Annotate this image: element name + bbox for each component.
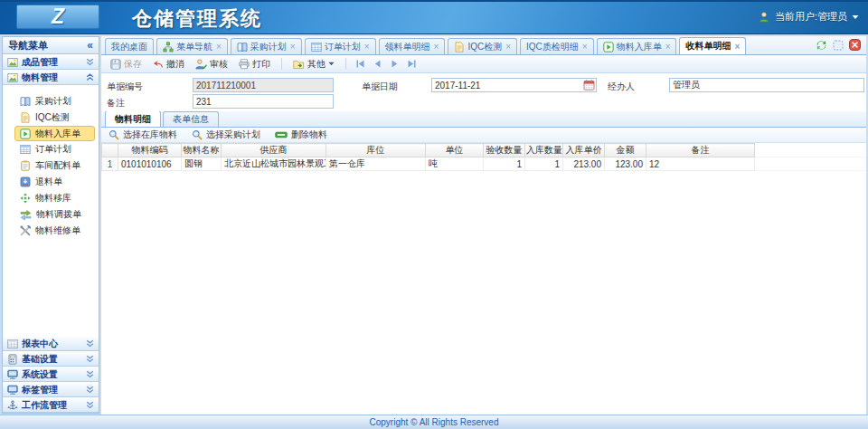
column-header-5[interactable]: 验收数量 xyxy=(484,144,525,157)
column-header-7[interactable]: 入库单价 xyxy=(563,144,605,157)
delete-material-button[interactable]: 删除物料 xyxy=(275,129,327,141)
tab-close-icon[interactable]: × xyxy=(582,42,588,52)
chev-down-icon xyxy=(86,355,94,363)
tab-label: 我的桌面 xyxy=(111,41,147,53)
collapse-sidebar-button[interactable]: « xyxy=(87,39,93,52)
sidebar-item-3[interactable]: 订单计划 xyxy=(3,141,99,157)
docdate-input[interactable] xyxy=(431,78,597,92)
sidebar-item-7[interactable]: 物料调拨单 xyxy=(3,206,99,223)
sidebar-group-bottom-0[interactable]: 报表中心 xyxy=(3,336,99,351)
detail-subtabs: 物料明细表单信息 xyxy=(101,111,866,128)
column-header-1[interactable]: 物料名称 xyxy=(182,144,222,157)
tab-7[interactable]: 物料入库单× xyxy=(597,38,677,54)
sidebar-group-top-1[interactable]: 物料管理 xyxy=(3,70,99,85)
tab-1[interactable]: 菜单导航× xyxy=(156,38,228,54)
monitor-icon xyxy=(7,369,18,380)
calendar-icon[interactable] xyxy=(583,80,595,91)
remark-input[interactable] xyxy=(193,94,334,109)
sidebar-group-top-0[interactable]: 成品管理 xyxy=(3,54,99,70)
docno-input[interactable] xyxy=(193,78,334,92)
nav-item-label: 物料移库 xyxy=(35,192,71,205)
tab-0[interactable]: 我的桌面 xyxy=(105,38,154,54)
tab-close-icon[interactable]: × xyxy=(216,42,222,52)
maximize-button[interactable] xyxy=(833,40,844,51)
next-record-button[interactable] xyxy=(387,58,402,70)
tab-close-icon[interactable]: × xyxy=(290,42,296,52)
sidebar-item-2[interactable]: 物料入库单 xyxy=(14,126,95,141)
select-purchase-plan-button[interactable]: 选择采购计划 xyxy=(192,129,260,141)
tab-close-icon[interactable]: × xyxy=(434,42,439,52)
transfer-icon xyxy=(20,209,32,220)
sidebar-group-bottom-4[interactable]: 工作流管理 xyxy=(3,397,99,413)
button-label: 打印 xyxy=(252,58,270,71)
sidebar-item-8[interactable]: 物料维修单 xyxy=(3,223,99,239)
select-stock-material-button[interactable]: 选择在库物料 xyxy=(108,129,177,141)
docno-label: 单据编号 xyxy=(107,81,143,93)
nav-next-icon xyxy=(390,59,400,69)
play-icon xyxy=(603,42,614,52)
subtab-label: 表单信息 xyxy=(173,113,209,126)
tab-6[interactable]: IQC质检明细× xyxy=(520,38,594,54)
column-header-8[interactable]: 金额 xyxy=(605,144,646,157)
sidebar-group-bottom-1[interactable]: 基础设置 xyxy=(3,351,99,367)
tab-close-icon[interactable]: × xyxy=(505,42,511,52)
chev-down-icon xyxy=(86,339,94,348)
last-record-button[interactable] xyxy=(404,58,420,70)
cell: 0101010106 xyxy=(118,157,182,171)
nav-item-label: 物料入库单 xyxy=(35,128,80,140)
tab-close-icon[interactable]: × xyxy=(364,42,370,52)
rownum-header xyxy=(102,144,118,157)
nav-item-label: 物料调拨单 xyxy=(36,208,81,221)
subtab-1[interactable]: 表单信息 xyxy=(163,111,219,127)
tab-3[interactable]: 订单计划× xyxy=(305,38,376,54)
button-label: 删除物料 xyxy=(291,129,327,141)
tab-8[interactable]: 收料单明细× xyxy=(679,37,746,54)
subtab-label: 物料明细 xyxy=(115,113,151,126)
current-user-label: 当前用户:管理员 xyxy=(775,10,847,24)
column-header-4[interactable]: 单位 xyxy=(426,144,484,157)
group-label: 报表中心 xyxy=(22,338,58,350)
toolbar-separator xyxy=(281,58,282,70)
first-record-button[interactable] xyxy=(353,58,368,70)
prev-record-button[interactable] xyxy=(370,58,385,70)
subtab-0[interactable]: 物料明细 xyxy=(105,110,161,127)
audit-button[interactable]: 审核 xyxy=(191,57,232,72)
print-button[interactable]: 打印 xyxy=(234,57,275,72)
logo-letter: Z xyxy=(52,5,64,29)
tab-2[interactable]: 采购计划× xyxy=(231,38,302,54)
nav-item-label: 车间配料单 xyxy=(35,159,80,172)
column-header-2[interactable]: 供应商 xyxy=(222,144,326,157)
clipboard-icon xyxy=(20,160,31,171)
refresh-button[interactable] xyxy=(816,40,827,51)
sidebar-header: 导航菜单 « xyxy=(3,37,99,54)
tab-label: IQC质检明细 xyxy=(526,41,579,53)
other-button[interactable]: 其他 xyxy=(288,57,339,72)
sidebar-item-5[interactable]: 退料单 xyxy=(3,174,99,190)
book-icon xyxy=(237,42,248,52)
tab-close-icon[interactable]: × xyxy=(665,42,671,52)
row-number-cell: 1 xyxy=(102,157,118,171)
tab-4[interactable]: 领料单明细× xyxy=(379,38,446,54)
button-label: 其他 xyxy=(307,58,326,71)
user-menu[interactable]: 当前用户:管理员 xyxy=(759,10,859,24)
handler-input[interactable] xyxy=(669,78,864,92)
tab-label: 收料单明细 xyxy=(685,40,731,52)
column-header-6[interactable]: 入库数量 xyxy=(525,144,563,157)
sidebar-group-bottom-3[interactable]: 标签管理 xyxy=(3,382,99,397)
tab-5[interactable]: IQC检测× xyxy=(448,38,517,54)
sidebar-group-bottom-2[interactable]: 系统设置 xyxy=(3,367,99,382)
column-header-9[interactable]: 备注 xyxy=(646,144,755,157)
table-row[interactable]: 10101010106圆钢北京近山松城市园林景观工程有限第一仓库吨11213.0… xyxy=(102,157,867,171)
undo-icon xyxy=(153,59,164,70)
close-tab-button[interactable] xyxy=(849,39,861,51)
cell: 第一仓库 xyxy=(326,157,426,171)
undo-button[interactable]: 撤消 xyxy=(148,57,189,72)
sidebar-item-4[interactable]: 车间配料单 xyxy=(3,157,99,174)
tab-close-icon[interactable]: × xyxy=(734,42,740,52)
sidebar-item-0[interactable]: 采购计划 xyxy=(3,93,99,110)
sidebar-item-1[interactable]: IQC检测 xyxy=(3,110,99,126)
column-header-0[interactable]: 物料编码 xyxy=(118,144,182,157)
sidebar-item-6[interactable]: 物料移库 xyxy=(3,190,99,206)
button-label: 保存 xyxy=(124,58,142,71)
column-header-3[interactable]: 库位 xyxy=(326,144,426,157)
